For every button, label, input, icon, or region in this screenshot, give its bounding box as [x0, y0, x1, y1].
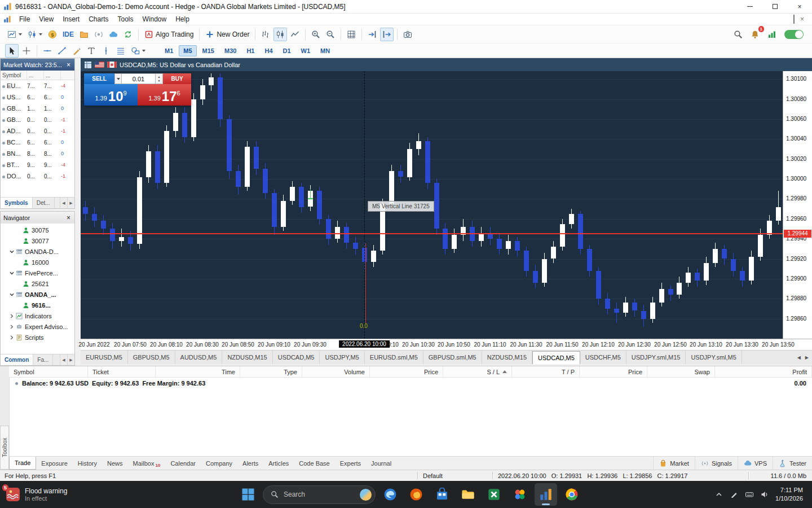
search-button[interactable]	[731, 28, 745, 41]
sell-price[interactable]: 1.39109	[84, 84, 138, 106]
vline-tool-button[interactable]	[99, 44, 113, 58]
chrome-taskbar-icon[interactable]	[561, 483, 583, 506]
timeframe-m1[interactable]: M1	[160, 45, 178, 56]
signals-button[interactable]: Signals	[695, 457, 738, 470]
menu-insert[interactable]: Insert	[58, 15, 84, 24]
chart-tab-gbpusd-m5[interactable]: GBPUSD,M5	[128, 351, 175, 364]
search-highlight-image[interactable]	[360, 489, 372, 501]
navigator-item-fiveperce[interactable]: FivePerce...	[1, 268, 74, 278]
column-header-tp[interactable]: T / P	[512, 366, 580, 377]
ide-button[interactable]: IDE	[60, 28, 76, 41]
menu-window[interactable]: Window	[138, 15, 171, 24]
menu-charts[interactable]: Charts	[84, 15, 113, 24]
hline-tool-button[interactable]	[41, 44, 54, 58]
navigator-item-oanda[interactable]: OANDA_...	[1, 289, 74, 300]
text-tool-button[interactable]	[85, 44, 98, 58]
chart-list-button[interactable]	[5, 28, 24, 41]
zoom-in-button[interactable]	[309, 28, 323, 41]
chart-tabs-scroll-right-icon[interactable]: ▶	[805, 355, 809, 360]
market-watch-row-BN[interactable]: BN...8...8...0	[1, 148, 74, 159]
toolbox-tab-news[interactable]: News	[102, 457, 128, 470]
chart-shift-button[interactable]	[380, 28, 394, 41]
chart-tab-nzdusd-m15[interactable]: NZDUSD,M15	[482, 351, 532, 364]
pen-icon[interactable]	[730, 490, 739, 499]
weather-widget[interactable]: 5 Flood warning In effect	[0, 481, 97, 508]
volume-spinner[interactable]: ▲▼	[156, 73, 163, 84]
column-header-price[interactable]: Price	[580, 366, 647, 377]
volume-input[interactable]: 0.01	[122, 73, 156, 84]
navigator-item-oandad[interactable]: OANDA-D...	[1, 246, 74, 257]
menu-help[interactable]: Help	[171, 15, 194, 24]
tester-button[interactable]: Tester	[773, 457, 812, 470]
market-watch-tab-det[interactable]: Det...	[33, 198, 55, 208]
market-button[interactable]: Market	[653, 457, 695, 470]
dollar-button[interactable]: $	[46, 28, 59, 41]
toolbox-tab-history[interactable]: History	[73, 457, 102, 470]
chart-tab-nzdusd-m15[interactable]: NZDUSD,M15	[222, 351, 272, 364]
column-header-swap[interactable]: Swap	[647, 366, 715, 377]
chart-tab-audusd-m5[interactable]: AUDUSD,M5	[175, 351, 223, 364]
toolbox-tab-articles[interactable]: Articles	[263, 457, 294, 470]
navigator-item-25621[interactable]: 25621	[1, 278, 74, 289]
navigator-close-icon[interactable]: ×	[65, 214, 72, 221]
grid-button[interactable]	[345, 28, 358, 41]
camera-button[interactable]	[401, 28, 414, 41]
speaker-icon[interactable]	[760, 490, 769, 499]
close-button[interactable]: ×	[787, 0, 812, 13]
navigator-item-30077[interactable]: 30077	[1, 235, 74, 246]
tab-scroll-right-icon[interactable]: ▶	[67, 354, 74, 365]
navigator-item-16000[interactable]: 16000	[1, 257, 74, 268]
column-header-sl[interactable]: S / L	[443, 366, 512, 377]
column-header-volume[interactable]: Volume	[302, 366, 370, 377]
column-header-profit[interactable]: Profit	[715, 366, 812, 377]
column-header-type[interactable]: Type	[240, 366, 302, 377]
profile-selector[interactable]: Default	[418, 472, 492, 479]
photos-taskbar-icon[interactable]	[509, 483, 531, 506]
excel-taskbar-icon[interactable]	[483, 483, 505, 506]
navigator-tab-fa[interactable]: Fa...	[33, 354, 53, 365]
child-close-button[interactable]: ×	[800, 15, 804, 23]
market-watch-row-AD[interactable]: AD...0...0...-1	[1, 125, 74, 137]
trendline-tool-button[interactable]	[55, 44, 69, 58]
chevron-down-icon[interactable]	[9, 292, 15, 297]
market-watch-row-GB[interactable]: GB...1...1...0	[1, 103, 74, 114]
chart-tab-usdchf-m5[interactable]: USDCHF,M5	[580, 351, 626, 364]
price-scale[interactable]: 1.301001.300801.300601.300401.300201.300…	[783, 71, 812, 339]
chart-tab-usdcad-m5[interactable]: USDCAD,M5	[273, 351, 320, 364]
cloud-button[interactable]	[107, 28, 120, 41]
chevron-down-icon[interactable]	[9, 249, 15, 255]
crosshair-button[interactable]	[20, 44, 33, 58]
tab-scroll-left-icon[interactable]: ◀	[60, 354, 67, 365]
timeframe-m15[interactable]: M15	[198, 45, 219, 56]
vertical-line-object[interactable]	[364, 71, 365, 339]
tab-scroll-right-icon[interactable]: ▶	[67, 198, 74, 208]
chevron-right-icon[interactable]	[9, 335, 15, 340]
sync-button[interactable]	[121, 28, 135, 41]
cursor-button[interactable]	[5, 44, 19, 58]
firefox-taskbar-icon[interactable]	[405, 483, 427, 506]
edge-taskbar-icon[interactable]	[379, 483, 401, 506]
depth-button[interactable]	[92, 28, 105, 41]
menu-view[interactable]: View	[34, 15, 58, 24]
toolbox-tab-mailbox[interactable]: Mailbox10	[128, 457, 166, 470]
store-taskbar-icon[interactable]	[431, 483, 453, 506]
auto-scroll-button[interactable]	[365, 28, 379, 41]
toolbox-tab-calendar[interactable]: Calendar	[165, 457, 201, 470]
toolbox-side-label[interactable]: Toolbox	[0, 426, 9, 470]
taskbar-search[interactable]: Search	[263, 485, 376, 504]
navigator-item-scripts[interactable]: Scripts	[1, 332, 74, 343]
tab-scroll-left-icon[interactable]: ◀	[60, 198, 67, 208]
chart-tab-usdjpy-m5[interactable]: USDJPY,M5	[320, 351, 364, 364]
timeframe-h4[interactable]: H4	[260, 45, 277, 56]
timeframe-d1[interactable]: D1	[279, 45, 295, 56]
column-header-ticket[interactable]: Ticket	[88, 366, 156, 377]
maximize-button[interactable]	[762, 0, 787, 13]
algo-trading-button[interactable]: Algo Trading	[142, 28, 196, 41]
toolbox-tab-exposure[interactable]: Exposure	[36, 457, 72, 470]
timeframe-m30[interactable]: M30	[220, 45, 241, 56]
navigator-item-30075[interactable]: 30075	[1, 225, 74, 235]
new-order-button[interactable]: New Order	[203, 28, 251, 41]
chart-tab-usdjpy-sml-m5[interactable]: USDJPY.sml,M5	[686, 351, 742, 364]
navigator-tab-common[interactable]: Common	[1, 354, 33, 365]
minimize-button[interactable]	[738, 0, 762, 13]
